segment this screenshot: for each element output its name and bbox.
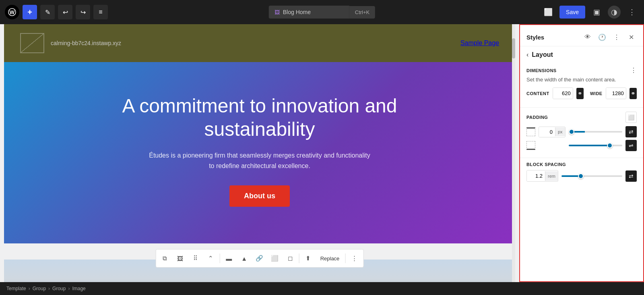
padding-corner-button[interactable]: ⬜ xyxy=(625,112,637,123)
back-section: ‹ Layout xyxy=(520,46,643,62)
panel-eye-button[interactable]: 👁 xyxy=(582,31,593,43)
padding-top-swap-button[interactable]: ⇄ xyxy=(625,126,637,137)
link-button[interactable]: 🔗 xyxy=(252,251,267,266)
padding-bottom-swap-button[interactable]: ⇌ xyxy=(625,140,637,151)
search-bar: 🖼 Blog Home xyxy=(269,6,349,19)
padding-title: PADDING xyxy=(526,115,548,120)
view-button[interactable]: ⬜ xyxy=(541,5,555,19)
scrollbar-thumb[interactable] xyxy=(512,38,515,58)
move-up-down-button[interactable]: ⌃ xyxy=(204,251,218,266)
list-view-button[interactable]: ≡ xyxy=(93,5,108,19)
site-name: calming-bb7c24.instawp.xyz xyxy=(51,40,121,46)
hero-subtext: Études is a pioneering firm that seamles… xyxy=(147,150,372,171)
toolbar-right: ⬜ Save ▣ ◑ ⋮ xyxy=(541,5,639,19)
block-spacing-title-row: BLOCK SPACING xyxy=(526,162,637,167)
wide-label: WIDE xyxy=(590,91,603,96)
frame-button[interactable]: ⬜ xyxy=(268,251,282,266)
panel-history-button[interactable]: 🕐 xyxy=(597,31,608,43)
breadcrumb-template[interactable]: Template xyxy=(6,286,26,291)
content-link-button[interactable]: ⚭ xyxy=(576,88,584,99)
add-block-button[interactable]: + xyxy=(23,5,37,19)
padding-row-bottom: px ⇌ xyxy=(526,140,637,151)
wide-link-button[interactable]: ⚭ xyxy=(630,88,637,99)
back-button[interactable]: ‹ xyxy=(526,51,528,58)
toolbar-divider-2 xyxy=(299,253,299,263)
padding-top-slider-wrapper xyxy=(569,128,622,136)
padding-top-unit: px xyxy=(555,127,565,136)
padding-top-input-group: px xyxy=(539,127,566,137)
hero-headline: A commitment to innovation and sustainab… xyxy=(119,94,400,141)
save-button[interactable]: Save xyxy=(559,6,585,19)
canvas-wrapper: calming-bb7c24.instawp.xyz Sample Page A… xyxy=(0,24,519,282)
drag-block-button[interactable]: ⠿ xyxy=(188,251,203,266)
about-us-button[interactable]: About us xyxy=(229,185,290,207)
block-spacing-row: rem ⇄ xyxy=(526,170,637,182)
pen-button[interactable]: ✎ xyxy=(40,5,55,19)
breadcrumb-image[interactable]: Image xyxy=(72,286,85,291)
search-bar-area: 🖼 Blog Home Ctrl+K xyxy=(269,6,375,19)
block-spacing-swap-button[interactable]: ⇄ xyxy=(625,170,637,182)
more-options-button[interactable]: ⋮ xyxy=(625,5,639,19)
dimensions-title: Dimensions xyxy=(526,68,557,73)
padding-top-icon xyxy=(526,127,535,136)
block-toolbar: ⧉ 🖼 ⠿ ⌃ ▬ ▲ 🔗 ⬜ ◻ ⬆ Replace ⋮ xyxy=(156,249,364,268)
site-header: calming-bb7c24.instawp.xyz Sample Page xyxy=(4,24,515,62)
content-input-group: px xyxy=(553,87,573,99)
content-label: CONTENT xyxy=(526,91,549,96)
dimension-row: CONTENT px ⚭ WIDE px ⚭ xyxy=(526,87,637,99)
block-spacing-slider[interactable] xyxy=(561,175,622,177)
upload-button[interactable]: ⬆ xyxy=(301,251,316,266)
search-bar-icon: 🖼 xyxy=(275,9,280,15)
breadcrumb-group-1[interactable]: Group xyxy=(33,286,46,291)
wide-value-input[interactable] xyxy=(606,88,626,99)
breadcrumb: Template › Group › Group › Image xyxy=(0,282,644,295)
top-toolbar: W + ✎ ↩ ↪ ≡ 🖼 Blog Home Ctrl+K ⬜ Save ▣ … xyxy=(0,0,644,24)
site-nav: Sample Page xyxy=(460,39,499,47)
toolbar-divider-1 xyxy=(220,253,220,263)
replace-button[interactable]: Replace xyxy=(316,253,344,264)
layout-button[interactable]: ▣ xyxy=(589,5,604,19)
site-logo-area: calming-bb7c24.instawp.xyz xyxy=(20,33,121,53)
image-block-button[interactable]: 🖼 xyxy=(173,251,188,266)
panel-close-button[interactable]: ✕ xyxy=(625,31,637,43)
site-logo-placeholder xyxy=(20,33,44,53)
dimensions-section: Dimensions ⋮ Set the width of the main c… xyxy=(520,62,643,108)
hero-section: A commitment to innovation and sustainab… xyxy=(4,62,515,243)
dimensions-description: Set the width of the main content area. xyxy=(526,77,637,83)
redo-button[interactable]: ↪ xyxy=(76,5,90,19)
block-spacing-unit: rem xyxy=(545,171,558,181)
scrollbar-track[interactable] xyxy=(512,24,515,282)
svg-text:W: W xyxy=(10,9,15,15)
panel-more-button[interactable]: ⋮ xyxy=(611,31,622,43)
padding-bottom-slider-wrapper xyxy=(569,141,622,150)
dimensions-title-row: Dimensions ⋮ xyxy=(526,66,637,74)
dimensions-more-button[interactable]: ⋮ xyxy=(630,66,637,74)
padding-row-top: px ⇄ xyxy=(526,126,637,137)
padding-bottom-slider[interactable] xyxy=(569,145,622,146)
more-block-options-button[interactable]: ⋮ xyxy=(347,251,361,266)
block-toolbar-container: ⧉ 🖼 ⠿ ⌃ ▬ ▲ 🔗 ⬜ ◻ ⬆ Replace ⋮ xyxy=(4,243,515,260)
align-button[interactable]: ▬ xyxy=(222,251,236,266)
main-area: calming-bb7c24.instawp.xyz Sample Page A… xyxy=(0,24,644,282)
padding-top-slider[interactable] xyxy=(569,131,622,133)
nav-sample-page[interactable]: Sample Page xyxy=(460,39,499,46)
dark-mode-button[interactable]: ◑ xyxy=(608,6,621,19)
copy-block-button[interactable]: ⧉ xyxy=(158,251,172,266)
block-spacing-input-group: rem xyxy=(526,170,558,182)
padding-top-input[interactable] xyxy=(539,127,555,137)
block-spacing-input[interactable] xyxy=(527,170,545,181)
canvas: calming-bb7c24.instawp.xyz Sample Page A… xyxy=(4,24,515,282)
padding-section: PADDING ⬜ px ⇄ px xyxy=(520,108,643,158)
block-spacing-section: BLOCK SPACING rem ⇄ xyxy=(520,158,643,186)
search-bar-text: Blog Home xyxy=(283,9,311,15)
panel-header-actions: 👁 🕐 ⋮ ✕ xyxy=(582,31,637,43)
content-value-input[interactable] xyxy=(553,88,573,99)
search-shortcut: Ctrl+K xyxy=(349,6,375,19)
breadcrumb-group-2[interactable]: Group xyxy=(52,286,66,291)
flag-button[interactable]: ▲ xyxy=(237,251,252,266)
right-panel: Styles 👁 🕐 ⋮ ✕ ‹ Layout Dimensions ⋮ Set… xyxy=(519,24,644,282)
undo-button[interactable]: ↩ xyxy=(58,5,72,19)
wp-logo[interactable]: W xyxy=(5,5,19,19)
crop-button[interactable]: ◻ xyxy=(283,251,297,266)
toolbar-divider-3 xyxy=(345,253,345,263)
